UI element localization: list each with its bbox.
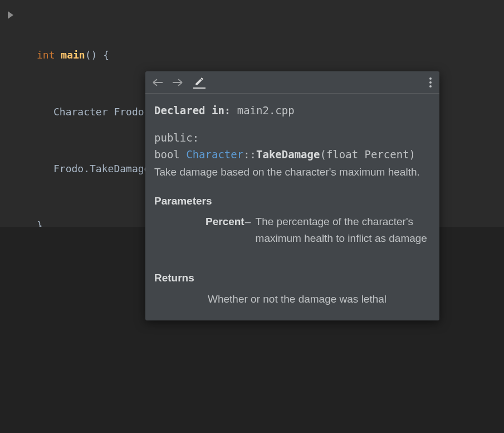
parameter-description: The percentage of the character's maximu…: [256, 213, 430, 246]
returns-description: Whether or not the damage was lethal: [208, 291, 430, 307]
editor-gutter: [0, 0, 27, 227]
code-line: int main() {: [37, 46, 258, 65]
sig-class-name: Character: [186, 148, 243, 160]
dot-icon: [429, 77, 432, 80]
sig-params: (float Percent): [320, 148, 415, 160]
sig-function-name: TakeDamage: [256, 148, 320, 160]
function-summary: Take damage based on the character's max…: [154, 164, 430, 180]
parameters-heading: Parameters: [154, 193, 430, 209]
function-signature: bool Character::TakeDamage(float Percent…: [154, 147, 430, 163]
declared-in-file: main2.cpp: [237, 104, 295, 116]
arrow-left-icon: [154, 82, 163, 83]
pencil-icon: [194, 76, 204, 86]
code-text: Frodo.: [53, 163, 90, 174]
function-main: main: [61, 49, 85, 61]
nav-back-button[interactable]: [150, 74, 167, 91]
dot-icon: [429, 85, 432, 87]
popup-content: Declared in: main2.cpp public: bool Char…: [145, 94, 439, 320]
sig-return-type: bool: [154, 148, 186, 160]
code-text: () {: [85, 49, 109, 61]
more-options-button[interactable]: [426, 74, 435, 91]
access-specifier: public:: [154, 130, 430, 146]
edit-doc-button[interactable]: [193, 76, 205, 89]
arrow-right-icon: [173, 82, 182, 83]
sig-scope: ::: [243, 148, 256, 160]
keyword-int: int: [37, 49, 55, 61]
parameter-row: Percent – The percentage of the characte…: [205, 213, 430, 246]
parameter-name: Percent: [205, 213, 244, 230]
run-gutter-icon[interactable]: [8, 11, 13, 19]
declared-in-row: Declared in: main2.cpp: [154, 103, 430, 119]
declared-in-label: Declared in:: [154, 104, 231, 116]
documentation-popup: Declared in: main2.cpp public: bool Char…: [145, 71, 439, 320]
nav-forward-button[interactable]: [169, 74, 185, 91]
type-character: Character: [53, 106, 108, 118]
method-takedamage: TakeDamage: [90, 163, 150, 174]
parameter-separator: –: [244, 213, 256, 230]
dot-icon: [429, 81, 432, 84]
returns-heading: Returns: [154, 270, 430, 286]
popup-toolbar: [145, 71, 439, 94]
